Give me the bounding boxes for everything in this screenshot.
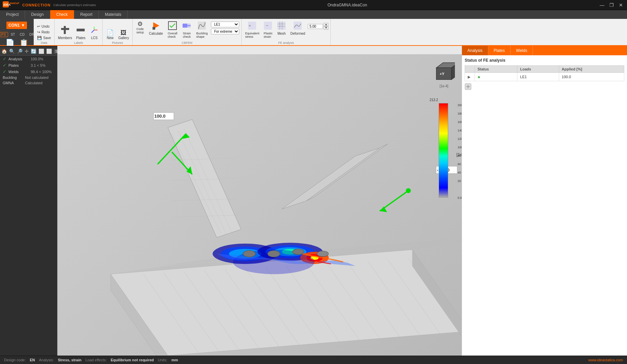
load-case-combo[interactable]: LE1	[211, 22, 239, 27]
tab-project[interactable]: Project	[0, 10, 25, 19]
extreme-combo[interactable]: For extreme	[211, 29, 239, 34]
zoom-fit-button[interactable]: 🔍	[9, 49, 15, 54]
tab-materials[interactable]: Materials	[99, 10, 128, 19]
svg-rect-14	[183, 24, 187, 28]
gallery-label: Gallery	[118, 36, 129, 40]
new-picture-button[interactable]: 📄 New	[105, 29, 115, 40]
calculate-button[interactable]: Calculate	[147, 20, 164, 36]
undo-label: Undo	[42, 25, 50, 28]
design-code-value: EN	[30, 358, 35, 362]
type-btn-st[interactable]: ST	[9, 32, 17, 37]
buckling-shape-label: Bucklingshape	[196, 32, 208, 38]
expand-cell[interactable]: ▶	[465, 73, 475, 81]
close-button[interactable]: ✕	[618, 2, 624, 8]
svg-text:StatiCa®: StatiCa®	[9, 2, 20, 4]
rotate-button[interactable]: 🔄	[31, 49, 36, 54]
tab-design[interactable]: Design	[25, 10, 50, 19]
cbfem-section-label: CBFEM	[182, 41, 193, 44]
maximize-button[interactable]: ❐	[608, 2, 615, 8]
window-title: OndraGMNA.ideaCon	[327, 3, 367, 7]
viewport[interactable]: 100.0 -100.0 [1e-4] 213.2 200 180 160 14…	[57, 46, 462, 356]
save-button[interactable]: 💾 Save	[36, 35, 52, 40]
orientation-label: [1e-4]	[440, 84, 448, 88]
redo-icon: ↪	[37, 30, 40, 34]
equiv-stress-button[interactable]: ≈ Equivalentstress	[244, 20, 261, 39]
plates-label: Plates	[8, 63, 29, 67]
zoom-in-button[interactable]: 🔎	[17, 49, 23, 54]
units-label: Units:	[158, 358, 167, 362]
plastic-strain-button[interactable]: ~ Plasticstrain	[262, 20, 274, 39]
pan-button[interactable]: ✛	[25, 49, 29, 54]
plates-status: ✓ Plates 3.1 < 5%	[0, 62, 57, 68]
minimize-button[interactable]: —	[599, 2, 605, 8]
connection-id: CON1	[8, 23, 20, 28]
svg-text:~: ~	[266, 24, 268, 28]
labels-section-label: Labels	[74, 41, 83, 44]
deformed-button[interactable]: Deformed	[289, 20, 306, 36]
panel-expand-button[interactable]	[465, 83, 471, 90]
svg-point-91	[406, 188, 411, 193]
svg-marker-64	[306, 144, 388, 201]
code-setup-button[interactable]: ⚙ Codesetup	[135, 20, 145, 35]
overall-check-icon	[168, 21, 177, 31]
lcs-button[interactable]: LCS	[88, 25, 100, 40]
mesh-icon	[277, 21, 286, 31]
lcs-label: LCS	[91, 36, 98, 40]
plates-button[interactable]: Plates	[75, 25, 87, 40]
svg-point-84	[317, 251, 328, 257]
svg-line-69	[302, 150, 374, 203]
buckling-shape-button[interactable]: Bucklingshape	[195, 20, 209, 39]
svg-rect-5	[77, 29, 85, 31]
members-icon	[60, 25, 70, 36]
type-btn-cd[interactable]: CD	[18, 32, 26, 37]
number-down[interactable]: ▼	[324, 26, 328, 30]
tab-report[interactable]: Report	[74, 10, 99, 19]
fe-analysis-buttons: ≈ Equivalentstress ~ Plasticstrain	[244, 20, 328, 39]
strain-check-label: Straincheck	[183, 32, 191, 38]
mesh-button[interactable]: Mesh	[275, 20, 288, 36]
loads-col-header: Loads	[517, 66, 559, 73]
tab-check[interactable]: Check	[50, 10, 74, 19]
members-button[interactable]: Members	[57, 25, 74, 40]
fe-row-le1: ▶ ● LE1 100.0	[465, 73, 624, 81]
orientation-cube: +Y [1e-4]	[433, 61, 455, 83]
svg-rect-11	[168, 22, 176, 30]
type-btn-eps[interactable]: EPS	[0, 32, 8, 37]
plates-value: 3.1 < 5%	[31, 63, 46, 67]
plastic-strain-icon: ~	[263, 21, 273, 31]
cbfem-combos: LE1 For extreme	[211, 20, 239, 34]
svg-line-8	[91, 30, 94, 33]
view2-button[interactable]: ⬜	[46, 49, 52, 54]
svg-rect-10	[153, 27, 155, 30]
analysis-tab[interactable]: Analysis	[462, 46, 488, 55]
labels-section: Members Plates LCS	[55, 19, 103, 45]
redo-button[interactable]: ↪ Redo	[36, 30, 52, 35]
strain-check-button[interactable]: Straincheck	[181, 20, 193, 39]
connection-selector[interactable]: CON1 ▼	[6, 22, 27, 29]
expand-icon[interactable]: ▶	[468, 75, 470, 79]
members-label: Members	[58, 36, 72, 40]
applied-col-header: Applied [%]	[559, 66, 624, 73]
plates-tab[interactable]: Plates	[488, 46, 511, 55]
website-link[interactable]: www.ideastatica.com	[588, 358, 623, 362]
number-up[interactable]: ▲	[324, 23, 328, 26]
welds-tab[interactable]: Welds	[511, 46, 533, 55]
view1-button[interactable]: ⬜	[38, 49, 44, 54]
svg-text:≈: ≈	[249, 24, 251, 28]
svg-marker-55	[168, 119, 241, 237]
gmna-value: Calculated	[25, 81, 43, 85]
svg-text:100.0: 100.0	[154, 114, 165, 119]
cbfem-content: ⚙ Codesetup Calculate	[135, 20, 239, 39]
status-col-header: Status	[475, 66, 517, 73]
home-view-button[interactable]: 🏠	[1, 49, 7, 54]
3d-view-svg: 100.0 -100.0 [1e-4]	[57, 54, 462, 356]
number-spinner: ▲ ▼	[308, 23, 328, 30]
fe-number-input[interactable]	[308, 24, 323, 29]
overall-check-button[interactable]: Overallcheck	[166, 20, 179, 39]
gallery-button[interactable]: 🖼 Gallery	[117, 29, 130, 40]
titlebar-left: IDEA StatiCa® CONNECTION Calculate yeste…	[3, 1, 96, 8]
design-code-label: Design code:	[4, 358, 26, 362]
undo-button[interactable]: ↩ Undo	[36, 24, 52, 29]
orientation-cube-svg: +Y	[433, 61, 455, 83]
svg-point-83	[293, 249, 304, 254]
